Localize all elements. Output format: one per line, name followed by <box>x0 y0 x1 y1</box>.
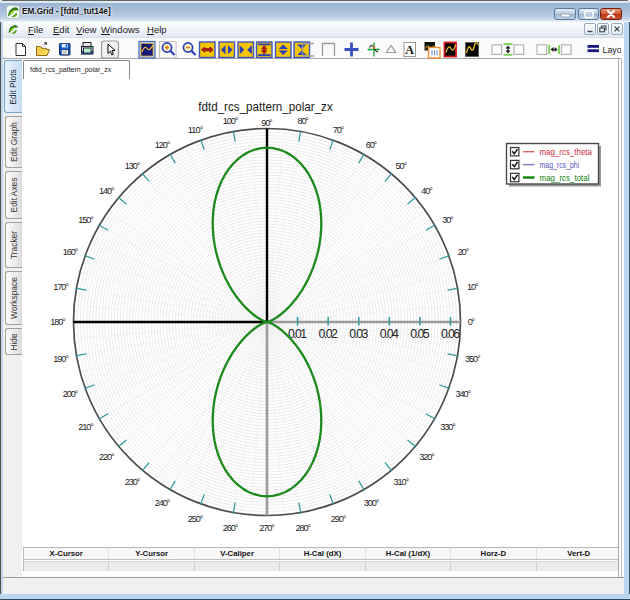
svg-text:0.05: 0.05 <box>410 327 429 341</box>
svg-text:180°: 180° <box>50 317 66 327</box>
svg-text:330°: 330° <box>440 422 456 432</box>
svg-text:250°: 250° <box>188 514 204 524</box>
svg-text:110°: 110° <box>188 125 204 135</box>
svg-text:80°: 80° <box>298 116 310 126</box>
svg-text:280°: 280° <box>295 523 311 533</box>
svg-text:120°: 120° <box>155 140 171 150</box>
svg-text:200°: 200° <box>63 389 79 399</box>
svg-text:mag_rcs_phi: mag_rcs_phi <box>540 160 580 170</box>
svg-text:260°: 260° <box>223 523 239 533</box>
svg-text:350°: 350° <box>465 354 481 364</box>
svg-text:Layout: Layout <box>603 45 622 55</box>
svg-text:70°: 70° <box>333 125 345 135</box>
svg-text:100°: 100° <box>223 116 239 126</box>
svg-text:0.04: 0.04 <box>380 327 399 341</box>
svg-text:160°: 160° <box>63 247 79 257</box>
svg-text:mag_rcs_total: mag_rcs_total <box>540 173 590 183</box>
svg-text:0.03: 0.03 <box>349 327 368 341</box>
svg-text:0.06: 0.06 <box>441 327 460 341</box>
svg-text:0°: 0° <box>468 317 476 327</box>
svg-text:300°: 300° <box>364 498 380 508</box>
svg-text:150°: 150° <box>78 215 94 225</box>
svg-text:320°: 320° <box>419 452 435 462</box>
svg-text:20°: 20° <box>458 247 470 257</box>
svg-text:30°: 30° <box>442 215 454 225</box>
svg-text:90°: 90° <box>261 118 273 128</box>
svg-text:140°: 140° <box>99 186 115 196</box>
svg-text:10°: 10° <box>467 282 479 292</box>
svg-text:190°: 190° <box>53 354 69 364</box>
svg-text:170°: 170° <box>53 282 69 292</box>
svg-text:340°: 340° <box>456 389 472 399</box>
svg-text:mag_rcs_theta: mag_rcs_theta <box>540 147 592 157</box>
svg-text:0.02: 0.02 <box>319 327 338 341</box>
svg-text:220°: 220° <box>99 452 115 462</box>
svg-text:240°: 240° <box>155 498 171 508</box>
svg-text:270°: 270° <box>259 523 275 533</box>
svg-text:60°: 60° <box>366 140 378 150</box>
svg-text:A: A <box>405 43 414 57</box>
svg-text:fdtd_rcs_pattern_polar_zx: fdtd_rcs_pattern_polar_zx <box>198 100 333 114</box>
svg-text:130°: 130° <box>125 161 141 171</box>
svg-text:210°: 210° <box>78 422 94 432</box>
svg-text:50°: 50° <box>396 161 408 171</box>
svg-text:290°: 290° <box>331 514 347 524</box>
svg-text:310°: 310° <box>393 477 409 487</box>
svg-text:40°: 40° <box>421 186 433 196</box>
svg-text:230°: 230° <box>125 477 141 487</box>
